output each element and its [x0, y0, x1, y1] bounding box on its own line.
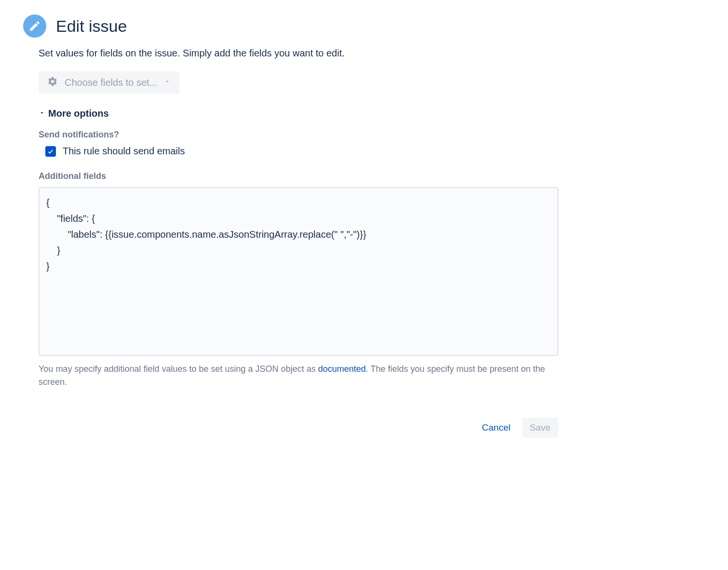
field-chooser-dropdown[interactable]: Choose fields to set...	[39, 71, 179, 94]
edit-icon	[23, 14, 46, 38]
additional-fields-helper: You may specify additional field values …	[39, 363, 558, 389]
send-notifications-label: Send notifications?	[39, 130, 558, 140]
additional-fields-label: Additional fields	[39, 171, 558, 181]
additional-fields-textarea[interactable]	[39, 187, 558, 356]
page-description: Set values for fields on the issue. Simp…	[39, 46, 558, 60]
save-button[interactable]: Save	[522, 418, 558, 438]
send-emails-checkbox-label: This rule should send emails	[63, 146, 185, 157]
chevron-down-icon	[164, 78, 171, 87]
more-options-toggle[interactable]: More options	[39, 108, 558, 119]
page-header: Edit issue	[23, 14, 705, 38]
field-chooser-label: Choose fields to set...	[65, 77, 157, 88]
send-emails-checkbox[interactable]	[45, 146, 56, 157]
helper-prefix: You may specify additional field values …	[39, 364, 318, 374]
footer-buttons: Cancel Save	[23, 418, 558, 438]
documented-link[interactable]: documented	[318, 364, 366, 374]
more-options-label: More options	[48, 108, 109, 119]
page-title: Edit issue	[56, 17, 127, 36]
cancel-button[interactable]: Cancel	[474, 418, 518, 438]
chevron-down-icon	[39, 109, 45, 118]
gear-icon	[47, 76, 58, 89]
